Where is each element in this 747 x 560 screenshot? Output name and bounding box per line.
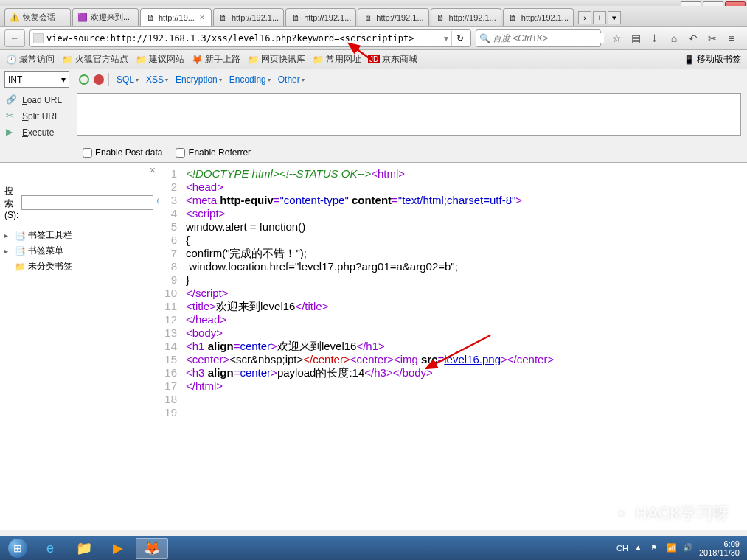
tab-2[interactable]: 🗎http://19...×: [140, 8, 212, 26]
task-explorer[interactable]: 📁: [68, 538, 100, 559]
tray-clock[interactable]: 6:09 2018/11/30: [699, 539, 740, 557]
tab-bar: ⚠️恢复会话🟪欢迎来到...🗎http://19...×🗎http://192.…: [0, 6, 747, 27]
site-identity-icon[interactable]: [33, 33, 44, 43]
task-media[interactable]: ▶: [102, 538, 134, 559]
record-start-icon[interactable]: [79, 74, 89, 85]
hackbar-split-url[interactable]: ✂Split URL: [6, 111, 71, 122]
tab-1[interactable]: 🟪欢迎来到...: [72, 8, 139, 26]
code: window.alert = function(): [186, 220, 305, 234]
search-engine-icon[interactable]: 🔍: [479, 33, 490, 43]
mobile-bookmarks[interactable]: 📱 移动版书签: [684, 53, 741, 66]
back-button[interactable]: ←: [4, 29, 25, 47]
hackbar-execute[interactable]: ▶Execute: [6, 127, 71, 139]
source-line: 8 window.location.href="level17.php?arg0…: [159, 260, 747, 273]
hackbar-menu-encoding[interactable]: Encoding▾: [226, 74, 274, 85]
sidebar-close-icon[interactable]: ×: [150, 164, 156, 176]
tab-scroll-right[interactable]: ›: [578, 11, 591, 24]
task-ie[interactable]: e: [34, 538, 66, 559]
tray-time: 6:09: [699, 539, 740, 548]
hackbar-check-enable-referrer[interactable]: Enable Referrer: [176, 147, 251, 158]
tab-4[interactable]: 🗎http://192.1...: [285, 8, 356, 26]
tab-5[interactable]: 🗎http://192.1...: [358, 8, 428, 26]
bookmark-item[interactable]: 📁常用网址: [313, 53, 361, 66]
tray-up-icon[interactable]: ▲: [634, 543, 644, 553]
address-bar: ← ▾ ↻ 🔍 ☆ ▤ ⭳ ⌂ ↶ ✂ ≡: [0, 27, 747, 50]
watermark: ✦ HACK学习呀: [612, 503, 729, 525]
tab-3[interactable]: 🗎http://192.1...: [213, 8, 284, 26]
reader-icon[interactable]: ▤: [629, 32, 642, 45]
url-dropdown-icon[interactable]: ▾: [444, 33, 448, 43]
bookmark-item[interactable]: 📁火狐官方站点: [62, 53, 128, 66]
bookmark-label: 新手上路: [205, 53, 240, 66]
line-number: 7: [159, 247, 186, 260]
hackbar-load-url[interactable]: 🔗Load URL: [6, 94, 71, 106]
most-visited[interactable]: 🕓 最常访问: [6, 53, 55, 66]
start-button[interactable]: ⊞: [3, 538, 32, 559]
hackbar-menu-xss[interactable]: XSS▾: [143, 74, 171, 85]
tab-label: 恢复会话: [23, 12, 66, 23]
bookmark-item[interactable]: JD京东商城: [369, 53, 417, 66]
task-firefox[interactable]: 🦊: [136, 538, 168, 559]
search-box: 🔍: [476, 29, 601, 47]
chevron-down-icon: ▾: [268, 77, 271, 83]
downloads-icon[interactable]: ⭳: [648, 32, 661, 45]
code: <script>: [186, 207, 225, 220]
volume-icon[interactable]: 🔊: [683, 543, 693, 553]
hackbar-check-enable-post-data[interactable]: Enable Post data: [83, 147, 162, 158]
ime-indicator[interactable]: CH: [616, 544, 628, 553]
line-number: 14: [159, 340, 186, 353]
line-number: 16: [159, 366, 186, 379]
sidebar-node[interactable]: 📁未分类书签: [4, 259, 154, 274]
action-center-icon[interactable]: ⚑: [650, 543, 661, 553]
reload-button[interactable]: ↻: [451, 31, 468, 46]
tab-6[interactable]: 🗎http://192.1...: [431, 8, 501, 26]
source-link[interactable]: level16.png: [444, 353, 501, 365]
bookmark-label: 建议网站: [149, 53, 184, 66]
tab-close-icon[interactable]: ×: [198, 13, 206, 22]
execute-icon: ▶: [6, 127, 18, 139]
clip-icon[interactable]: ✂: [706, 32, 719, 45]
sidebar-search-input[interactable]: [21, 195, 153, 210]
tab-label: http://192.1...: [449, 13, 496, 22]
tab-list-button[interactable]: ▾: [608, 11, 621, 24]
tree-node-label: 未分类书签: [28, 260, 72, 273]
bookmarks-sidebar: × 搜索(S): 🔍 ▸📑书签工具栏▸📑书签菜单📁未分类书签: [0, 163, 159, 530]
home-icon[interactable]: ⌂: [667, 32, 681, 45]
label: Load URL: [22, 95, 62, 105]
hackbar-menu-other[interactable]: Other▾: [275, 74, 308, 85]
url-input[interactable]: [46, 33, 441, 43]
hackbar-menu-sql[interactable]: SQL▾: [114, 74, 142, 85]
code: {: [186, 234, 190, 247]
network-icon[interactable]: 📶: [667, 543, 677, 553]
code: <h1 align=center>欢迎来到level16</h1>: [186, 340, 385, 353]
chevron-down-icon: ▾: [302, 77, 305, 83]
db-select[interactable]: INT▾: [4, 71, 69, 88]
source-view[interactable]: 1<!DOCTYPE html><!--STATUS OK--><html>2<…: [159, 163, 747, 530]
tab-7[interactable]: 🗎http://192.1...: [503, 8, 574, 26]
search-input[interactable]: [493, 33, 604, 43]
hackbar-menu-encryption[interactable]: Encryption▾: [173, 74, 225, 85]
bookmark-icon: 🦊: [192, 55, 202, 65]
tree-node-icon: 📑: [15, 246, 25, 256]
source-line: 14<h1 align=center>欢迎来到level16</h1>: [159, 340, 747, 353]
bookmark-item[interactable]: 📁网页快讯库: [248, 53, 305, 66]
hackbar-textarea[interactable]: [77, 93, 741, 136]
tree-twisty-icon[interactable]: ▸: [4, 247, 12, 255]
new-tab-button[interactable]: +: [593, 11, 606, 24]
tree-node-label: 书签工具栏: [28, 229, 72, 242]
bookmark-item[interactable]: 🦊新手上路: [192, 53, 240, 66]
sidebar-node[interactable]: ▸📑书签工具栏: [4, 228, 154, 243]
checkbox[interactable]: [176, 148, 185, 158]
bookmark-item[interactable]: 📁建议网站: [136, 53, 184, 66]
record-stop-icon[interactable]: [94, 74, 104, 85]
tree-twisty-icon[interactable]: ▸: [4, 231, 12, 239]
undo-icon[interactable]: ↶: [687, 32, 700, 45]
checkbox[interactable]: [83, 148, 92, 158]
check-label: Enable Post data: [95, 147, 162, 158]
sidebar-node[interactable]: ▸📑书签菜单: [4, 243, 154, 259]
code: confirm("完成的不错！");: [186, 247, 307, 260]
source-line: 12</head>: [159, 313, 747, 326]
bookmark-star-icon[interactable]: ☆: [610, 32, 623, 45]
menu-icon[interactable]: ≡: [725, 32, 738, 45]
tab-0[interactable]: ⚠️恢复会话: [4, 8, 71, 26]
